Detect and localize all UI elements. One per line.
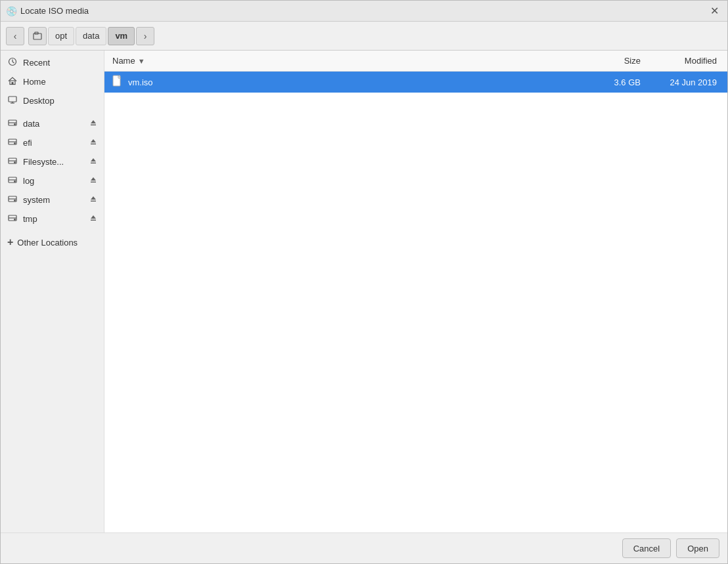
eject-data-icon[interactable]: [89, 119, 97, 129]
back-button[interactable]: ‹: [6, 27, 24, 45]
window-icon: 💿: [6, 6, 16, 16]
titlebar: 💿 Locate ISO media ✕: [1, 1, 727, 22]
svg-rect-14: [91, 125, 96, 126]
sidebar-label-tmp: tmp: [23, 214, 84, 224]
sidebar-item-tmp[interactable]: tmp: [1, 209, 104, 228]
dialog: 💿 Locate ISO media ✕ ‹ opt data vm ›: [0, 0, 728, 564]
file-name: vm.iso: [128, 77, 575, 87]
drive-tmp-icon: [7, 213, 18, 225]
footer: Cancel Open: [1, 532, 727, 563]
eject-log-icon[interactable]: [89, 176, 97, 186]
svg-rect-24: [91, 163, 96, 164]
sidebar-item-efi[interactable]: efi: [1, 133, 104, 152]
file-size: 3.6 GB: [575, 77, 641, 87]
svg-point-17: [14, 143, 16, 144]
sidebar-item-recent[interactable]: Recent: [1, 53, 104, 72]
svg-rect-19: [91, 144, 96, 145]
svg-rect-39: [91, 220, 96, 221]
sidebar-item-home[interactable]: Home: [1, 72, 104, 91]
svg-rect-29: [91, 182, 96, 183]
sidebar-label-recent: Recent: [23, 58, 97, 68]
svg-rect-40: [113, 76, 120, 86]
sidebar-item-other-locations[interactable]: + Other Locations: [1, 232, 104, 252]
file-row[interactable]: vm.iso 3.6 GB 24 Jun 2019: [104, 72, 727, 93]
sidebar-label-system: system: [23, 195, 84, 205]
eject-efi-icon[interactable]: [89, 138, 97, 148]
drive-log-icon: [7, 175, 18, 186]
sidebar-item-log[interactable]: log: [1, 171, 104, 190]
recent-icon: [7, 57, 18, 68]
file-area: Name ▼ Size Modified: [104, 51, 727, 532]
svg-point-22: [14, 162, 16, 163]
drive-efi-icon: [7, 137, 18, 148]
sort-arrow-icon: ▼: [138, 57, 145, 65]
svg-rect-34: [91, 201, 96, 202]
home-icon: [7, 76, 18, 87]
svg-marker-28: [91, 177, 96, 181]
toolbar: ‹ opt data vm ›: [1, 22, 727, 51]
eject-filesystem-icon[interactable]: [89, 157, 97, 167]
file-iso-icon: [112, 75, 123, 89]
open-button[interactable]: Open: [676, 538, 719, 558]
svg-point-32: [14, 200, 16, 202]
svg-point-12: [14, 124, 16, 125]
drive-system-icon: [7, 194, 18, 206]
cancel-button[interactable]: Cancel: [622, 538, 671, 558]
sidebar-label-other-locations: Other Locations: [17, 238, 78, 248]
forward-button[interactable]: ›: [136, 27, 154, 45]
sidebar-item-system[interactable]: system: [1, 190, 104, 209]
sidebar-label-home: Home: [23, 77, 97, 87]
sidebar-item-desktop[interactable]: Desktop: [1, 91, 104, 110]
svg-marker-38: [91, 215, 96, 219]
sidebar-item-filesystem[interactable]: Filesyste...: [1, 152, 104, 171]
svg-marker-23: [91, 158, 96, 162]
sidebar-item-data[interactable]: data: [1, 114, 104, 133]
window-title: Locate ISO media: [20, 6, 706, 16]
drive-filesystem-icon: [7, 156, 18, 167]
sidebar-label-efi: efi: [23, 138, 84, 148]
content-area: Recent Home: [1, 51, 727, 532]
breadcrumb-root-button[interactable]: [28, 27, 47, 45]
drive-data-icon: [7, 118, 18, 129]
svg-marker-18: [91, 139, 96, 142]
svg-rect-7: [9, 97, 16, 102]
column-size: Size: [575, 56, 641, 66]
column-name[interactable]: Name ▼: [112, 56, 575, 66]
svg-point-27: [14, 181, 16, 183]
sidebar: Recent Home: [1, 51, 104, 532]
close-button[interactable]: ✕: [706, 3, 722, 19]
sidebar-label-log: log: [23, 176, 84, 186]
sidebar-label-data: data: [23, 119, 84, 129]
svg-point-37: [14, 219, 16, 221]
eject-tmp-icon[interactable]: [89, 214, 97, 224]
svg-marker-33: [91, 196, 96, 200]
desktop-icon: [7, 95, 18, 106]
sidebar-label-filesystem: Filesyste...: [23, 157, 84, 167]
plus-icon: +: [7, 236, 13, 248]
breadcrumb-data[interactable]: data: [76, 27, 106, 45]
svg-line-4: [12, 62, 14, 63]
file-list: vm.iso 3.6 GB 24 Jun 2019: [104, 72, 727, 532]
svg-marker-13: [91, 120, 96, 123]
breadcrumb-vm[interactable]: vm: [108, 27, 135, 45]
file-header: Name ▼ Size Modified: [104, 51, 727, 72]
file-modified: 24 Jun 2019: [641, 77, 719, 87]
sidebar-label-desktop: Desktop: [23, 96, 97, 106]
breadcrumb-opt[interactable]: opt: [48, 27, 74, 45]
column-modified: Modified: [641, 56, 719, 66]
svg-rect-6: [12, 82, 14, 85]
eject-system-icon[interactable]: [89, 195, 97, 205]
